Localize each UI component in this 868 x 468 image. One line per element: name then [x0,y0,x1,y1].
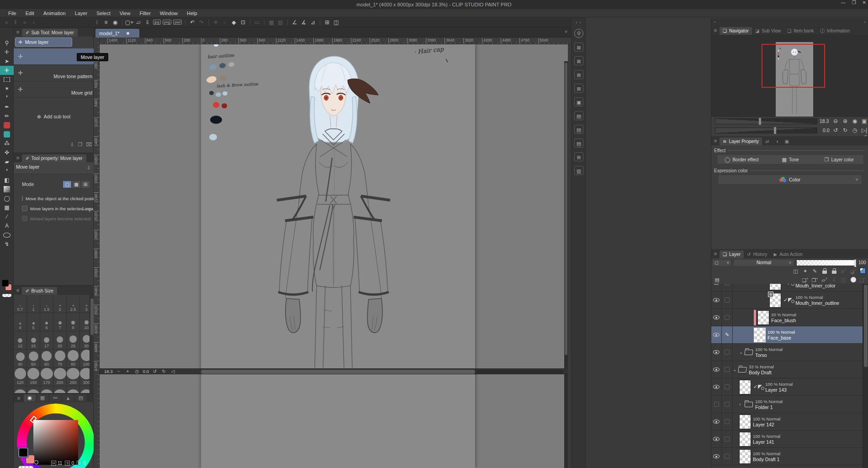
brush-size-2[interactable]: 2 [53,295,67,313]
nav-zoom-out-icon[interactable]: ⊖ [831,118,840,124]
drag-handle-icon[interactable]: ‖ [11,18,20,27]
lock-alpha-icon[interactable] [830,269,838,274]
brush-size-1[interactable]: 1 [27,295,40,313]
export-png-badge[interactable]: png [163,20,171,25]
layer-row-layer-141[interactable]: 100 % NormalLayer 141 [711,431,863,448]
frame-border-tool[interactable]: ▦ [0,203,14,212]
layer-panel-tab-history[interactable]: ↺History [744,250,771,258]
panel-menu-icon[interactable]: ≡ [711,249,720,258]
tone-button[interactable]: ▩Tone [766,155,815,164]
operation-tool[interactable]: ➤ [0,57,14,66]
nav-zoom-slider[interactable] [715,118,817,124]
brush-size-0.7[interactable]: 0.7 [14,295,27,313]
material-panel-icon[interactable]: ⊠ [572,40,586,54]
gradient-tool[interactable] [0,185,14,194]
brush-size-17[interactable]: 17 [40,331,53,350]
transparent-color-chip[interactable] [2,293,12,298]
snap-special-icon[interactable]: ⊿ [308,18,318,27]
pen-tool[interactable]: ✒ [0,102,14,112]
layer-row-body-draft-1[interactable]: 100 % NormalBody Draft 1 [711,448,863,465]
menu-file[interactable]: File [4,9,21,17]
effect-range-icon[interactable]: ✦ [801,268,809,274]
layer-row-mouth_inner_outline[interactable]: ⊕✓100 % NormalMouth_Inner_outline [711,292,863,309]
visibility-cell[interactable] [711,396,722,413]
reselect-icon[interactable]: ▫ [220,18,229,27]
lp-tab-frame-icon[interactable]: ▣ [781,138,792,145]
panel-menu-icon[interactable]: ≡ [14,153,22,162]
undo-icon[interactable]: ↶ [188,18,197,27]
document-tab[interactable]: model_1* [95,29,139,37]
camera-folder-icon[interactable]: ❏+ [859,277,867,283]
eyedropper-tool[interactable]: ❜ [0,93,14,102]
fill-tool[interactable]: ◧ [0,176,14,185]
brush-size-60[interactable]: 60 [40,350,53,368]
move-tool[interactable]: ✛ [0,48,14,57]
visibility-cell[interactable] [711,292,722,308]
close-button[interactable]: ✕ [863,0,866,5]
palette-color-dropdown[interactable]: ▢˅ [712,259,731,266]
foreground-color-swatch[interactable] [18,447,28,457]
brush-size-2.5[interactable]: 2.5 [67,295,80,313]
blend-mode-dropdown[interactable]: Normal ˅ [733,259,794,266]
approx-color-tab[interactable]: ▲ [62,394,74,402]
quick-search-icon[interactable]: ⚲ [572,27,586,40]
correct-line-tool[interactable]: ↯ [0,239,14,249]
saturation-value-square[interactable] [33,420,78,465]
brush-size-7[interactable]: 7 [53,313,67,331]
visibility-cell[interactable] [711,378,722,395]
brush-size-15[interactable]: 15 [27,331,40,350]
brush-size-170[interactable]: 170 [40,368,53,386]
brush-size-120[interactable]: 120 [14,368,27,386]
navigator-tab-sub-view[interactable]: ◪Sub View [752,27,784,35]
nav-rotate-left-icon[interactable]: ↺ [831,127,840,133]
clip-below-icon[interactable]: ◫ [792,268,799,274]
new-layer-dialog-icon[interactable]: ❐+ [811,277,819,283]
brush-size-5[interactable]: 5 [27,313,40,331]
canvas-zoom-out-icon[interactable]: − [116,369,122,374]
brush-size-4[interactable]: 4 [14,313,27,331]
page-back-icon[interactable]: « [20,18,29,27]
grid-icon[interactable]: ▦ [267,18,276,27]
material-panel-icon[interactable]: ⊠ [572,81,586,95]
new-folder-icon[interactable]: ▱+ [820,277,828,283]
select-cell[interactable] [722,396,733,413]
select-cell[interactable] [722,292,733,308]
opacity-slider[interactable] [796,260,857,266]
redo-icon[interactable]: ↷ [197,18,206,27]
material-grid-icon[interactable]: ⊞ [572,150,586,164]
vertical-scrollbar[interactable] [564,61,568,468]
checkbox-move-the-object[interactable]: Move the object at the clicked position [14,193,94,203]
selection-tool[interactable] [0,75,14,84]
brush-size-more[interactable] [53,386,67,394]
nav-zoom-reset-icon[interactable]: ◉ [850,118,859,124]
nav-rotation-slider[interactable] [715,128,817,133]
layer-property-tab[interactable]: ≋ Layer Property [720,138,762,145]
navigator-preview[interactable] [711,35,868,117]
select-cell[interactable] [722,378,733,395]
register-settings-icon[interactable]: ⇩ [87,165,91,171]
color-slider-tab[interactable]: ≔ [49,394,61,402]
checkbox-moved-layers-become[interactable]: Moved layers become selected [14,213,94,223]
lp-tab-halftone-icon[interactable]: ◑ [772,138,781,145]
figure-tool[interactable]: ◯ [0,194,14,203]
snap-angle-icon[interactable]: ∡ [299,18,308,27]
save-subtool-icon[interactable]: ⇩ [70,142,74,148]
brush-size-250[interactable]: 250 [67,368,80,386]
material-folder-icon[interactable]: ▤ [572,109,586,122]
history-back-icon[interactable]: « [2,18,11,27]
canvas-zoom-reset-icon[interactable]: ◷ [134,369,140,374]
deselect-icon[interactable]: ✳ [211,18,220,27]
visibility-cell[interactable] [711,284,722,291]
brush-size-more[interactable] [27,386,40,394]
enable-mask-icon[interactable]: ⊘˅ [840,268,847,275]
brush-size-12[interactable]: 12 [14,331,27,350]
color-wheel-tab[interactable]: ◉ [24,394,36,402]
menu-filter[interactable]: Filter [135,9,155,17]
brush-size-tab[interactable]: ✐ Brush Size [22,287,57,295]
decoration-tool[interactable] [0,130,14,139]
layer-row-layer-142[interactable]: 100 % NormalLayer 142 [711,413,863,431]
new-file-icon[interactable]: ▢+ [125,18,134,27]
brush-size-20[interactable]: 20 [53,331,67,350]
brush-size-more[interactable] [67,386,80,394]
polyline-tool[interactable]: ∕ [0,212,14,221]
